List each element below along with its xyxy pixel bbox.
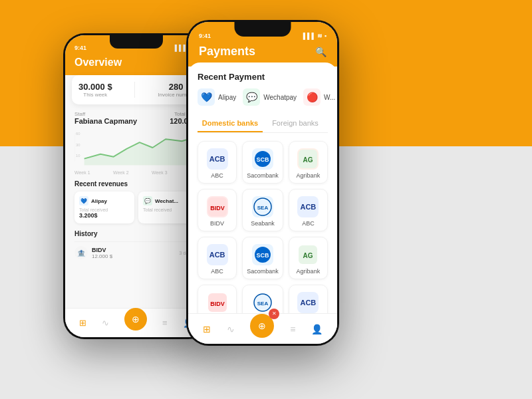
home-icon-front[interactable]: ⊞: [203, 324, 211, 334]
profile-icon-front[interactable]: 👤: [311, 324, 323, 334]
nav-home-back[interactable]: ⊞: [79, 318, 86, 328]
nav-scan-back[interactable]: ⊕: [124, 316, 147, 331]
recent-payment-title: Recent Payment: [198, 72, 328, 82]
menu-icon-back: ≡: [162, 318, 168, 328]
payments-body: Recent Payment 💙 Alipay 💬 Wechatpay 🔴 W.…: [188, 63, 337, 331]
scan-button-back[interactable]: ⊕: [124, 308, 147, 331]
svg-text:60: 60: [76, 132, 80, 136]
chart-icon-front[interactable]: ∿: [227, 324, 235, 334]
alipay-icon-front: 💙: [198, 88, 215, 106]
bank-sacombank-2[interactable]: SCB Sacombank: [242, 237, 283, 279]
home-icon-back: ⊞: [79, 318, 86, 328]
abc-logo-2: ACB: [297, 196, 319, 217]
time-back: 9:41: [74, 45, 86, 51]
tab-domestic[interactable]: Domestic banks: [198, 115, 263, 132]
svg-text:SEA: SEA: [257, 301, 269, 307]
banks-grid: ACB ABC SCB Sacombank AG Agribank: [198, 141, 328, 331]
w-icon-front: 🔴: [303, 88, 321, 106]
search-icon-front[interactable]: 🔍: [315, 47, 327, 57]
bank-seabank-1[interactable]: SEA Seabank: [242, 189, 283, 231]
notch-front: [235, 22, 291, 37]
tab-foreign[interactable]: Foreign banks: [263, 115, 328, 132]
bidv-logo-1: BIDV: [207, 196, 228, 217]
nav-menu-back[interactable]: ≡: [162, 318, 168, 328]
svg-text:30: 30: [76, 143, 80, 147]
svg-text:BIDV: BIDV: [210, 205, 225, 211]
stats-card-back: 30.000 $ This week 280 Invoice number: [72, 75, 201, 104]
payment-method-w[interactable]: 🔴 W...: [303, 88, 335, 106]
history-item-bidv[interactable]: 🏦 BIDV 12.000 $ 3 days ...: [74, 241, 198, 263]
agribank-logo-2: AG: [297, 244, 319, 265]
bank-abc-1[interactable]: ACB ABC: [198, 141, 237, 184]
abc-logo-4: ACB: [297, 292, 319, 313]
line-chart: 60 30 10: [74, 129, 198, 166]
revenue-card-alipay[interactable]: 💙 Alipay Total received 3.200$: [74, 192, 134, 223]
bank-sacombank-1[interactable]: SCB Sacombank: [242, 141, 283, 184]
close-button[interactable]: ✕: [269, 309, 279, 319]
bank-agribank-1[interactable]: AG Agribank: [289, 141, 328, 184]
abc-logo-3: ACB: [207, 244, 228, 265]
svg-text:10: 10: [76, 154, 80, 158]
bank-abc-2[interactable]: ACB ABC: [289, 189, 328, 231]
bank-abc-3[interactable]: ACB ABC: [198, 237, 237, 279]
phone-payments: 9:41 ▌▌▌ ≋ ▪ Payments 🔍 Recent Payment 💙…: [186, 20, 339, 346]
title-front: Payments: [199, 45, 255, 59]
payment-methods-row: 💙 Alipay 💬 Wechatpay 🔴 W...: [198, 88, 328, 106]
stat-amount: 30.000 $ This week: [78, 82, 112, 98]
sacombank-logo-1: SCB: [252, 148, 273, 170]
svg-text:AG: AG: [303, 252, 313, 259]
wechat-icon-back: 💬: [143, 196, 152, 205]
svg-text:AG: AG: [303, 156, 313, 164]
agribank-logo-1: AG: [297, 148, 319, 170]
bank-agribank-2[interactable]: AG Agribank: [289, 237, 328, 279]
sacombank-logo-2: SCB: [252, 244, 273, 265]
chart-icon-back: ∿: [102, 318, 109, 328]
title-back: Overview: [74, 57, 122, 68]
svg-text:BIDV: BIDV: [210, 301, 225, 307]
stat-divider: [134, 82, 135, 98]
payment-method-wechat[interactable]: 💬 Wechatpay: [243, 88, 297, 106]
wechat-icon-front: 💬: [243, 88, 260, 106]
svg-text:SEA: SEA: [257, 205, 269, 211]
scan-wrap: ⊕ ✕: [250, 314, 274, 338]
svg-text:SCB: SCB: [256, 252, 269, 259]
notch-back: [110, 35, 163, 49]
bidv-icon: 🏦: [74, 246, 88, 259]
bidv-logo-2: BIDV: [207, 292, 228, 313]
svg-text:SCB: SCB: [256, 156, 269, 163]
menu-icon-front[interactable]: ≡: [290, 324, 295, 334]
time-front: 9:41: [199, 33, 211, 39]
revenue-cards: 💙 Alipay Total received 3.200$ 💬 Wechat.…: [74, 192, 198, 223]
bank-bidv-1[interactable]: BIDV BIDV: [198, 189, 237, 231]
nav-chart-back[interactable]: ∿: [102, 318, 109, 328]
abc-logo-1: ACB: [207, 148, 228, 170]
bottom-nav-front: ⊞ ∿ ⊕ ✕ ≡ 👤: [188, 313, 337, 344]
alipay-icon-back: 💙: [79, 196, 88, 205]
payment-method-alipay[interactable]: 💙 Alipay: [198, 88, 236, 106]
bank-tabs: Domestic banks Foreign banks: [198, 115, 328, 133]
status-icons-front: ▌▌▌ ≋ ▪: [303, 33, 327, 39]
seabank-logo-1: SEA: [252, 196, 273, 217]
